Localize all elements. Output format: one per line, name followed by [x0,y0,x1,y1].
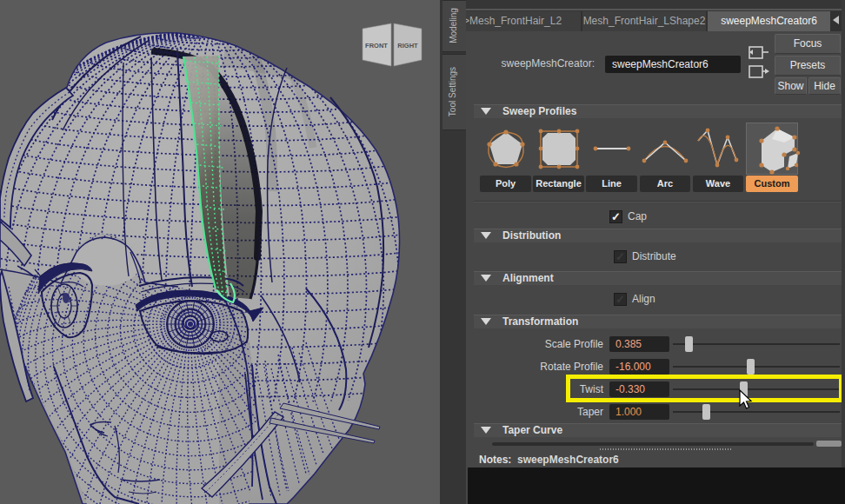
svg-text:RIGHT: RIGHT [397,42,418,50]
svg-text:FRONT: FRONT [365,42,388,50]
